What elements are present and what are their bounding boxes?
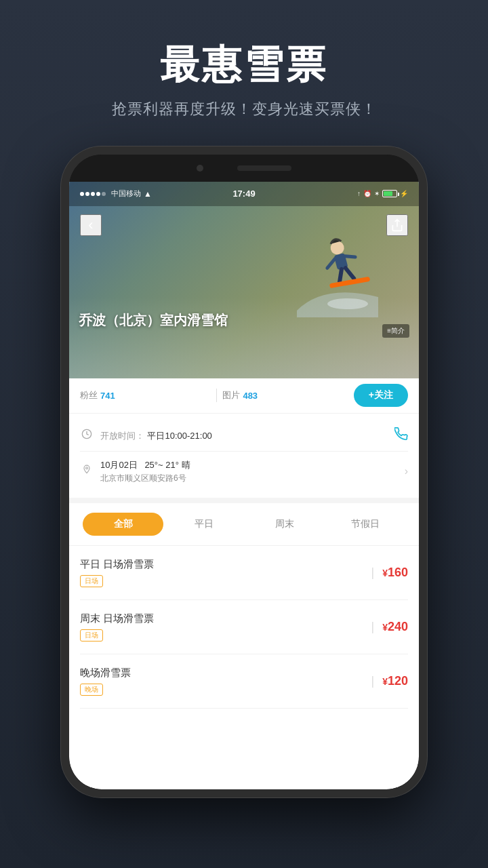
ticket-item[interactable]: 晚场滑雪票 晚场 | 120 xyxy=(80,654,408,709)
hours-row: 开放时间： 平日10:00-21:00 xyxy=(80,423,408,448)
weather-value: 25°~ 21° 晴 xyxy=(144,460,190,470)
ticket-info-3: 晚场滑雪票 晚场 xyxy=(80,667,363,696)
hours-value: 平日10:00-21:00 xyxy=(147,431,211,441)
address-value: 北京市顺义区顺安路6号 xyxy=(100,473,398,484)
ticket-price-2: 240 xyxy=(382,620,408,634)
fans-count: 741 xyxy=(100,391,115,401)
bluetooth-icon: ✶ xyxy=(374,190,380,197)
ticket-info-2: 周末 日场滑雪票 日场 xyxy=(80,612,363,642)
ticket-price-1: 160 xyxy=(382,566,408,580)
hero-section: ‹ ≡简介 乔波（北京）室内滑雪馆 xyxy=(69,182,419,378)
status-time: 17:49 xyxy=(232,189,255,199)
charging-icon: ⚡ xyxy=(400,190,408,197)
ticket-tag-1: 日场 xyxy=(80,575,103,587)
status-right: ↑ ⏰ ✶ ⚡ xyxy=(357,190,408,197)
svg-point-10 xyxy=(86,467,88,469)
ticket-list: 平日 日场滑雪票 日场 | 160 周末 日场滑雪票 日场 | 240 晚场滑雪… xyxy=(69,546,419,709)
phone-notch xyxy=(69,155,419,182)
ticket-tag-3: 晚场 xyxy=(80,684,103,696)
tab-holiday[interactable]: 节假日 xyxy=(325,513,405,536)
ticket-item[interactable]: 平日 日场滑雪票 日场 | 160 xyxy=(80,546,408,600)
phone-icon[interactable] xyxy=(394,427,408,444)
tab-weekday[interactable]: 平日 xyxy=(163,513,244,536)
front-camera xyxy=(197,165,203,172)
page-subtitle: 抢票利器再度升级！变身光速买票侠！ xyxy=(112,99,377,119)
wifi-icon: ▲ xyxy=(144,189,152,199)
ticket-divider-1: | xyxy=(371,566,374,580)
ticket-divider-2: | xyxy=(371,620,374,634)
ticket-price-3: 120 xyxy=(382,674,408,688)
photos-label: 图片 xyxy=(222,389,240,401)
stats-divider xyxy=(216,389,217,402)
ticket-name-1: 平日 日场滑雪票 xyxy=(80,558,363,571)
location-arrow-icon: › xyxy=(405,465,408,477)
ticket-info-1: 平日 日场滑雪票 日场 xyxy=(80,558,363,587)
carrier-label: 中国移动 xyxy=(111,189,141,199)
phone-screen: 中国移动 ▲ 17:49 ↑ ⏰ ✶ ⚡ xyxy=(69,182,419,789)
ticket-name-2: 周末 日场滑雪票 xyxy=(80,612,363,625)
info-divider xyxy=(80,451,408,452)
clock-icon xyxy=(80,429,94,442)
follow-button[interactable]: +关注 xyxy=(354,384,408,407)
photos-count: 483 xyxy=(243,391,258,401)
share-button[interactable] xyxy=(386,214,408,236)
tab-all[interactable]: 全部 xyxy=(83,513,163,536)
location-content: 10月02日 25°~ 21° 晴 北京市顺义区顺安路6号 xyxy=(100,458,398,484)
location-icon xyxy=(80,465,94,478)
fans-stat: 粉丝 741 xyxy=(80,389,211,401)
page-title: 最惠雪票 xyxy=(112,41,377,88)
hours-label: 开放时间： xyxy=(100,431,144,441)
ticket-tag-2: 日场 xyxy=(80,629,103,642)
status-left: 中国移动 ▲ xyxy=(80,189,152,199)
filter-tabs: 全部 平日 周末 节假日 xyxy=(69,503,419,546)
status-bar: 中国移动 ▲ 17:49 ↑ ⏰ ✶ ⚡ xyxy=(69,182,419,206)
alarm-icon: ⏰ xyxy=(363,190,371,197)
fans-label: 粉丝 xyxy=(80,389,98,401)
snow-ground xyxy=(69,297,419,378)
earpiece xyxy=(237,165,291,171)
ticket-divider-3: | xyxy=(371,674,374,688)
back-button[interactable]: ‹ xyxy=(80,214,102,236)
battery-indicator xyxy=(382,190,397,197)
photos-stat: 图片 483 xyxy=(222,389,353,401)
location-row[interactable]: 10月02日 25°~ 21° 晴 北京市顺义区顺安路6号 › xyxy=(80,454,408,488)
phone-frame: 中国移动 ▲ 17:49 ↑ ⏰ ✶ ⚡ xyxy=(61,146,427,797)
date-value: 10月02日 xyxy=(100,460,138,470)
info-section: 开放时间： 平日10:00-21:00 xyxy=(69,414,419,503)
page-header: 最惠雪票 抢票利器再度升级！变身光速买票侠！ xyxy=(112,0,377,140)
ticket-name-3: 晚场滑雪票 xyxy=(80,667,363,679)
weather-row: 10月02日 25°~ 21° 晴 xyxy=(100,458,398,471)
hours-content: 开放时间： 平日10:00-21:00 xyxy=(100,429,388,442)
ticket-item[interactable]: 周末 日场滑雪票 日场 | 240 xyxy=(80,600,408,654)
signal-indicator xyxy=(80,192,106,196)
stats-bar: 粉丝 741 图片 483 +关注 xyxy=(69,378,419,414)
activity-icon: ↑ xyxy=(357,190,361,197)
tab-weekend[interactable]: 周末 xyxy=(244,513,325,536)
venue-name: 乔波（北京）室内滑雪馆 xyxy=(79,311,228,330)
intro-button[interactable]: ≡简介 xyxy=(382,324,409,338)
